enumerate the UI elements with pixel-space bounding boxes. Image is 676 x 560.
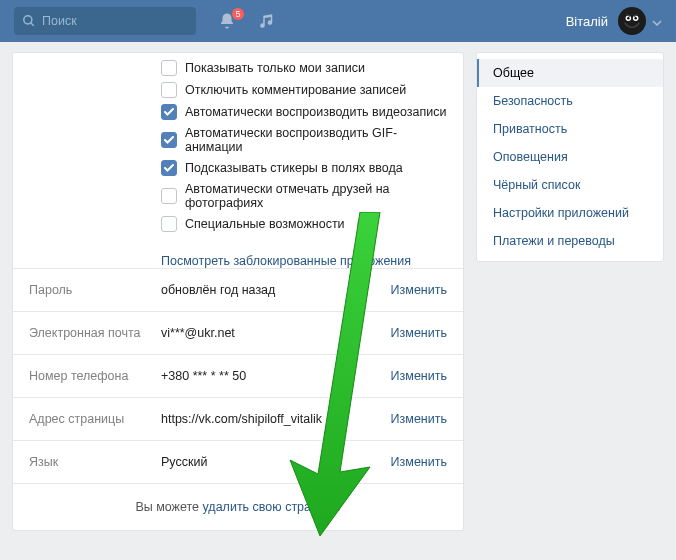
delete-page-link[interactable]: удалить свою страницу (203, 500, 338, 514)
checkbox[interactable] (161, 104, 177, 120)
setting-label: Пароль (29, 283, 161, 297)
option-label: Автоматически отмечать друзей на фотогра… (185, 182, 453, 210)
sidebar-item[interactable]: Чёрный список (477, 171, 663, 199)
setting-row: Парольобновлён год назадИзменить (13, 268, 463, 311)
avatar (618, 7, 646, 35)
sidebar-item[interactable]: Приватность (477, 115, 663, 143)
checkbox[interactable] (161, 60, 177, 76)
option-label: Специальные возможности (185, 217, 345, 231)
setting-label: Номер телефона (29, 369, 161, 383)
option-label: Отключить комментирование записей (185, 83, 406, 97)
sidebar-item[interactable]: Общее (477, 59, 663, 87)
setting-value: https://vk.com/shipiloff_vitalik (161, 412, 381, 426)
search-box[interactable] (14, 7, 196, 35)
change-link[interactable]: Изменить (391, 326, 447, 340)
top-bar: 5 Віталій (0, 0, 676, 42)
checkbox[interactable] (161, 82, 177, 98)
footer-prefix: Вы можете (135, 500, 202, 514)
option-label: Показывать только мои записи (185, 61, 365, 75)
setting-value: Русский (161, 455, 381, 469)
setting-value: +380 *** * ** 50 (161, 369, 381, 383)
option-row[interactable]: Показывать только мои записи (161, 57, 453, 79)
setting-row: Номер телефона+380 *** * ** 50Изменить (13, 354, 463, 397)
option-label: Автоматически воспроизводить видеозаписи (185, 105, 446, 119)
checkbox[interactable] (161, 216, 177, 232)
general-options: Показывать только мои записиОтключить ко… (13, 57, 463, 247)
option-row[interactable]: Автоматически отмечать друзей на фотогра… (161, 179, 453, 213)
option-row[interactable]: Автоматически воспроизводить GIF-анимаци… (161, 123, 453, 157)
svg-point-0 (24, 16, 32, 24)
sidebar-item[interactable]: Платежи и переводы (477, 227, 663, 255)
setting-value: vi***@ukr.net (161, 326, 381, 340)
change-link[interactable]: Изменить (391, 455, 447, 469)
notification-badge: 5 (232, 8, 244, 20)
option-label: Автоматически воспроизводить GIF-анимаци… (185, 126, 453, 154)
svg-point-5 (634, 17, 636, 19)
blocked-apps-link[interactable]: Посмотреть заблокированные приложения (161, 254, 411, 268)
settings-sidebar: ОбщееБезопасностьПриватностьОповещенияЧё… (476, 52, 664, 262)
sidebar-item[interactable]: Настройки приложений (477, 199, 663, 227)
search-input[interactable] (42, 14, 188, 28)
option-row[interactable]: Автоматически воспроизводить видеозаписи (161, 101, 453, 123)
svg-line-1 (31, 23, 34, 26)
checkbox[interactable] (161, 160, 177, 176)
chevron-down-icon (652, 14, 662, 29)
settings-panel: Показывать только мои записиОтключить ко… (12, 52, 464, 531)
username-label: Віталій (566, 14, 608, 29)
change-link[interactable]: Изменить (391, 369, 447, 383)
help-icon[interactable]: ? (357, 217, 371, 231)
search-icon (22, 14, 36, 28)
setting-value: обновлён год назад (161, 283, 381, 297)
setting-row: ЯзыкРусскийИзменить (13, 440, 463, 483)
music-button[interactable] (258, 12, 276, 30)
sidebar-item[interactable]: Безопасность (477, 87, 663, 115)
delete-page-footer: Вы можете удалить свою страницу. (13, 483, 463, 530)
change-link[interactable]: Изменить (391, 412, 447, 426)
option-row[interactable]: Специальные возможности? (161, 213, 453, 235)
user-menu[interactable]: Віталій (566, 7, 662, 35)
setting-row: Адрес страницыhttps://vk.com/shipiloff_v… (13, 397, 463, 440)
setting-label: Электронная почта (29, 326, 161, 340)
notifications-button[interactable]: 5 (218, 12, 236, 30)
setting-row: Электронная почтаvi***@ukr.netИзменить (13, 311, 463, 354)
music-icon (258, 12, 276, 30)
footer-suffix: . (337, 500, 340, 514)
option-row[interactable]: Отключить комментирование записей (161, 79, 453, 101)
setting-label: Адрес страницы (29, 412, 161, 426)
setting-label: Язык (29, 455, 161, 469)
option-row[interactable]: Подсказывать стикеры в полях ввода (161, 157, 453, 179)
change-link[interactable]: Изменить (391, 283, 447, 297)
sidebar-item[interactable]: Оповещения (477, 143, 663, 171)
option-label: Подсказывать стикеры в полях ввода (185, 161, 403, 175)
checkbox[interactable] (161, 188, 177, 204)
checkbox[interactable] (161, 132, 177, 148)
svg-point-4 (627, 17, 629, 19)
